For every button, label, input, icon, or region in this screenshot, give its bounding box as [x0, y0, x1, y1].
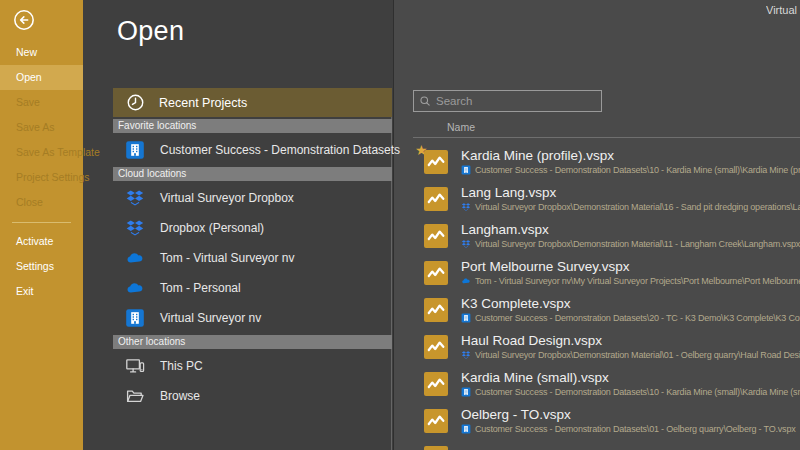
app-title: Virtual Surveyor	[766, 4, 800, 16]
file-name: Lang Lang.vspx	[461, 185, 800, 200]
location-label: Tom - Personal	[160, 281, 241, 295]
dropbox-icon	[461, 239, 471, 249]
search-input[interactable]	[436, 95, 596, 107]
file-row-kardia-mine-profile-vspx[interactable]: Kardia Mine (profile).vspxCustomer Succe…	[413, 143, 800, 180]
location-label: Virtual Surveyor nv	[160, 311, 261, 325]
location-label: Tom - Virtual Surveyor nv	[160, 251, 295, 265]
recent-files-panel: Name Kardia Mine (profile).vspxCustomer …	[413, 90, 800, 450]
sidebar-item-close: Close	[0, 190, 83, 215]
organization-icon	[125, 140, 145, 160]
file-path: Customer Success - Demonstration Dataset…	[475, 313, 800, 323]
file-name: Langham.vspx	[461, 222, 800, 237]
file-list: Kardia Mine (profile).vspxCustomer Succe…	[413, 143, 800, 450]
vspx-file-icon	[424, 224, 448, 248]
file-row-kardia-mine-small-vspx[interactable]: Kardia Mine (small).vspxCustomer Success…	[413, 365, 800, 402]
file-path-line: Customer Success - Demonstration Dataset…	[461, 164, 800, 175]
file-row-langham-vspx[interactable]: Langham.vspxVirtual Surveyor Dropbox\Dem…	[413, 217, 800, 254]
locations-panel: Recent ProjectsFavorite locationsCustome…	[113, 88, 392, 411]
sidebar-item-open[interactable]: Open	[0, 65, 83, 90]
file-path-line: Virtual Surveyor Dropbox\Demonstration M…	[461, 238, 800, 249]
sidebar-item-exit[interactable]: Exit	[0, 279, 83, 304]
file-row-lumber-yard-vspx[interactable]: Lumber Yard.vspx	[413, 439, 800, 450]
file-row-port-melbourne-survey-vspx[interactable]: Port Melbourne Survey.vspxTom - Virtual …	[413, 254, 800, 291]
sidebar: NewOpenSaveSave AsSave As TemplateProjec…	[0, 0, 83, 450]
search-icon	[419, 95, 431, 107]
vspx-file-icon	[424, 298, 448, 322]
dropbox-icon	[461, 202, 471, 212]
back-button[interactable]	[13, 9, 35, 31]
file-path: Tom - Virtual Surveyor nv\My Virtual Sur…	[475, 276, 800, 286]
sidebar-item-save-as: Save As	[0, 115, 83, 140]
file-name: Haul Road Design.vspx	[461, 333, 800, 348]
vspx-file-icon	[424, 372, 448, 396]
file-path-line: Customer Success - Demonstration Dataset…	[461, 312, 800, 323]
file-text: Oelberg - TO.vspxCustomer Success - Demo…	[461, 407, 796, 434]
file-path-line: Virtual Surveyor Dropbox\Demonstration M…	[461, 349, 800, 360]
location-label: Customer Success - Demonstration Dataset…	[160, 143, 400, 157]
vspx-file-icon	[424, 446, 448, 450]
file-name: Port Melbourne Survey.vspx	[461, 259, 800, 274]
file-text: Lang Lang.vspxVirtual Surveyor Dropbox\D…	[461, 185, 800, 212]
sidebar-item-activate[interactable]: Activate	[0, 229, 83, 254]
location-item-virtual-surveyor-dropbox[interactable]: Virtual Surveyor Dropbox	[113, 183, 392, 213]
onedrive-icon	[125, 278, 145, 298]
file-path-line: Virtual Surveyor Dropbox\Demonstration M…	[461, 201, 800, 212]
sidebar-item-new[interactable]: New	[0, 40, 83, 65]
location-item-tom-personal[interactable]: Tom - Personal	[113, 273, 392, 303]
location-item-this-pc[interactable]: This PC	[113, 351, 392, 381]
location-label: Virtual Surveyor Dropbox	[160, 191, 294, 205]
file-name: Oelberg - TO.vspx	[461, 407, 796, 422]
file-path-line: Customer Success - Demonstration Dataset…	[461, 386, 800, 397]
file-text: Port Melbourne Survey.vspxTom - Virtual …	[461, 259, 800, 286]
column-header-name: Name	[447, 121, 800, 133]
organization-icon	[461, 387, 471, 397]
file-row-oelberg-to-vspx[interactable]: Oelberg - TO.vspxCustomer Success - Demo…	[413, 402, 800, 439]
location-item-tom-virtual-surveyor-nv[interactable]: Tom - Virtual Surveyor nv	[113, 243, 392, 273]
section-header-other-locations: Other locations	[113, 335, 392, 349]
file-path-line: Tom - Virtual Surveyor nv\My Virtual Sur…	[461, 275, 800, 286]
vspx-file-icon	[424, 261, 448, 285]
organization-icon	[125, 308, 145, 328]
sidebar-item-settings[interactable]: Settings	[0, 254, 83, 279]
file-row-lang-lang-vspx[interactable]: Lang Lang.vspxVirtual Surveyor Dropbox\D…	[413, 180, 800, 217]
header-divider	[413, 137, 800, 138]
dropbox-icon	[125, 188, 145, 208]
file-text: K3 Complete.vspxCustomer Success - Demon…	[461, 296, 800, 323]
sidebar-divider	[12, 222, 71, 223]
file-text: Kardia Mine (small).vspxCustomer Success…	[461, 370, 800, 397]
onedrive-icon	[461, 276, 471, 286]
search-box[interactable]	[413, 90, 602, 112]
location-label: Browse	[160, 389, 200, 403]
file-path: Customer Success - Demonstration Dataset…	[475, 387, 800, 397]
location-label: Dropbox (Personal)	[160, 221, 264, 235]
file-name: Kardia Mine (profile).vspx	[461, 148, 800, 163]
section-header-cloud-locations: Cloud locations	[113, 167, 392, 181]
sidebar-item-save-as-template: Save As Template	[0, 140, 83, 165]
sidebar-item-project-settings: Project Settings	[0, 165, 83, 190]
location-label: This PC	[160, 359, 203, 373]
file-text: Langham.vspxVirtual Surveyor Dropbox\Dem…	[461, 222, 800, 249]
file-row-k3-complete-vspx[interactable]: K3 Complete.vspxCustomer Success - Demon…	[413, 291, 800, 328]
folder-icon	[125, 386, 145, 406]
organization-icon	[461, 313, 471, 323]
location-item-browse[interactable]: Browse	[113, 381, 392, 411]
page-title: Open	[117, 16, 184, 47]
sidebar-item-save: Save	[0, 90, 83, 115]
location-item-customer-success-demonstration-datasets[interactable]: Customer Success - Demonstration Dataset…	[113, 135, 392, 165]
clock-icon	[126, 93, 145, 112]
computer-icon	[125, 356, 145, 376]
file-text: Kardia Mine (profile).vspxCustomer Succe…	[461, 148, 800, 175]
location-item-dropbox-personal[interactable]: Dropbox (Personal)	[113, 213, 392, 243]
vspx-file-icon	[424, 335, 448, 359]
file-row-haul-road-design-vspx[interactable]: Haul Road Design.vspxVirtual Surveyor Dr…	[413, 328, 800, 365]
dropbox-icon	[125, 218, 145, 238]
vspx-file-icon	[424, 150, 448, 174]
onedrive-icon	[125, 248, 145, 268]
file-name: Kardia Mine (small).vspx	[461, 370, 800, 385]
back-icon	[13, 9, 35, 31]
file-path: Customer Success - Demonstration Dataset…	[475, 424, 796, 434]
recent-projects-button[interactable]: Recent Projects	[113, 88, 392, 117]
file-path: Virtual Surveyor Dropbox\Demonstration M…	[475, 202, 800, 212]
file-path: Customer Success - Demonstration Dataset…	[475, 165, 800, 175]
location-item-virtual-surveyor-nv[interactable]: Virtual Surveyor nv	[113, 303, 392, 333]
